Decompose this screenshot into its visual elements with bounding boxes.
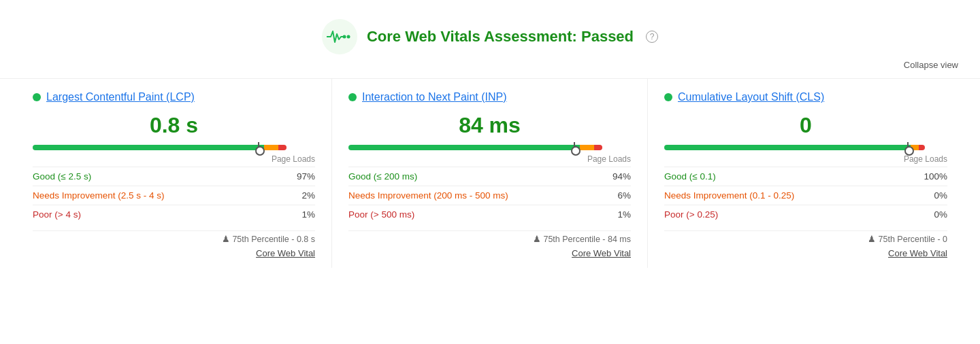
lcp-needs-label: Needs Improvement (2.5 s - 4 s) xyxy=(33,186,280,205)
cls-percentile: ♟ 75th Percentile - 0 xyxy=(664,230,947,244)
page-title: Core Web Vitals Assessment: Passed xyxy=(367,28,634,46)
lcp-title[interactable]: Largest Contentful Paint (LCP) xyxy=(46,91,195,103)
lcp-page-loads-label: Page Loads xyxy=(33,154,315,164)
table-row: Needs Improvement (0.1 - 0.25) 0% xyxy=(664,186,947,205)
cls-good-value: 100% xyxy=(904,167,947,186)
lcp-status-dot xyxy=(33,93,41,101)
lcp-percentile: ♟ 75th Percentile - 0.8 s xyxy=(33,230,315,244)
inp-gauge xyxy=(348,145,631,150)
vitals-icon-wrapper xyxy=(322,19,357,54)
table-row: Good (≤ 2.5 s) 97% xyxy=(33,167,315,186)
inp-gauge-bar xyxy=(348,145,631,150)
table-row: Poor (> 4 s) 1% xyxy=(33,205,315,224)
help-icon[interactable]: ? xyxy=(646,31,658,43)
cls-gauge-marker xyxy=(907,142,909,153)
cls-percentile-text: ♟ 75th Percentile - 0 xyxy=(868,234,947,244)
lcp-percentile-text: ♟ 75th Percentile - 0.8 s xyxy=(222,234,315,244)
cls-gauge-red xyxy=(919,145,924,150)
lcp-needs-value: 2% xyxy=(280,186,315,205)
inp-good-value: 94% xyxy=(602,167,631,186)
inp-gauge-green xyxy=(348,145,580,150)
inp-gauge-marker xyxy=(574,142,575,153)
cls-needs-value: 0% xyxy=(904,186,947,205)
lcp-gauge-bar xyxy=(33,145,315,150)
lcp-cwv-link[interactable]: Core Web Vital xyxy=(33,248,315,258)
lcp-gauge-green xyxy=(33,145,264,150)
metric-card-lcp: Largest Contentful Paint (LCP) 0.8 s Pag… xyxy=(16,79,332,268)
inp-table: Good (≤ 200 ms) 94% Needs Improvement (2… xyxy=(348,167,631,224)
cls-table: Good (≤ 0.1) 100% Needs Improvement (0.1… xyxy=(664,167,947,224)
table-row: Poor (> 500 ms) 1% xyxy=(348,205,631,224)
cls-title[interactable]: Cumulative Layout Shift (CLS) xyxy=(678,91,824,103)
lcp-poor-value: 1% xyxy=(280,205,315,224)
cls-value: 0 xyxy=(664,113,947,138)
table-row: Good (≤ 0.1) 100% xyxy=(664,167,947,186)
metrics-grid: Largest Contentful Paint (LCP) 0.8 s Pag… xyxy=(0,78,980,268)
inp-title[interactable]: Interaction to Next Paint (INP) xyxy=(362,91,507,103)
cls-good-label: Good (≤ 0.1) xyxy=(664,167,904,186)
lcp-good-value: 97% xyxy=(280,167,315,186)
lcp-gauge-marker xyxy=(258,142,259,153)
inp-good-label: Good (≤ 200 ms) xyxy=(348,167,602,186)
collapse-view-button[interactable]: Collapse view xyxy=(904,60,958,70)
table-row: Poor (> 0.25) 0% xyxy=(664,205,947,224)
inp-title-row: Interaction to Next Paint (INP) xyxy=(348,91,631,103)
cls-title-row: Cumulative Layout Shift (CLS) xyxy=(664,91,947,103)
inp-percentile: ♟ 75th Percentile - 84 ms xyxy=(348,230,631,244)
inp-status-dot xyxy=(348,93,357,101)
lcp-good-label: Good (≤ 2.5 s) xyxy=(33,167,280,186)
cls-gauge-green xyxy=(664,145,911,150)
svg-point-1 xyxy=(346,35,350,39)
svg-point-0 xyxy=(342,35,346,39)
inp-value: 84 ms xyxy=(348,113,631,138)
lcp-table: Good (≤ 2.5 s) 97% Needs Improvement (2.… xyxy=(33,167,315,224)
cls-gauge-bar xyxy=(664,145,947,150)
status-text: Passed xyxy=(581,28,634,45)
header-section: Core Web Vitals Assessment: Passed ? xyxy=(0,0,980,60)
lcp-value: 0.8 s xyxy=(33,113,315,138)
lcp-gauge-red xyxy=(278,145,287,150)
lcp-title-row: Largest Contentful Paint (LCP) xyxy=(33,91,315,103)
inp-page-loads-label: Page Loads xyxy=(348,154,631,164)
cls-status-dot xyxy=(664,93,672,101)
inp-poor-value: 1% xyxy=(602,205,631,224)
cls-page-loads-label: Page Loads xyxy=(664,154,947,164)
lcp-gauge xyxy=(33,145,315,150)
cls-poor-label: Poor (> 0.25) xyxy=(664,205,904,224)
table-row: Good (≤ 200 ms) 94% xyxy=(348,167,631,186)
inp-needs-label: Needs Improvement (200 ms - 500 ms) xyxy=(348,186,602,205)
cls-cwv-link[interactable]: Core Web Vital xyxy=(664,248,947,258)
metric-card-cls: Cumulative Layout Shift (CLS) 0 Page Loa… xyxy=(648,79,964,268)
collapse-view-row: Collapse view xyxy=(0,60,980,78)
inp-gauge-orange xyxy=(580,145,594,150)
cls-poor-value: 0% xyxy=(904,205,947,224)
vitals-waveform-icon xyxy=(327,27,353,46)
title-prefix: Core Web Vitals Assessment: xyxy=(367,28,581,45)
cls-needs-label: Needs Improvement (0.1 - 0.25) xyxy=(664,186,904,205)
inp-gauge-red xyxy=(594,145,602,150)
inp-cwv-link[interactable]: Core Web Vital xyxy=(348,248,631,258)
inp-percentile-text: ♟ 75th Percentile - 84 ms xyxy=(533,234,631,244)
lcp-poor-label: Poor (> 4 s) xyxy=(33,205,280,224)
table-row: Needs Improvement (2.5 s - 4 s) 2% xyxy=(33,186,315,205)
cls-gauge xyxy=(664,145,947,150)
lcp-gauge-orange xyxy=(264,145,278,150)
table-row: Needs Improvement (200 ms - 500 ms) 6% xyxy=(348,186,631,205)
inp-poor-label: Poor (> 500 ms) xyxy=(348,205,602,224)
inp-needs-value: 6% xyxy=(602,186,631,205)
metric-card-inp: Interaction to Next Paint (INP) 84 ms Pa… xyxy=(332,79,648,268)
